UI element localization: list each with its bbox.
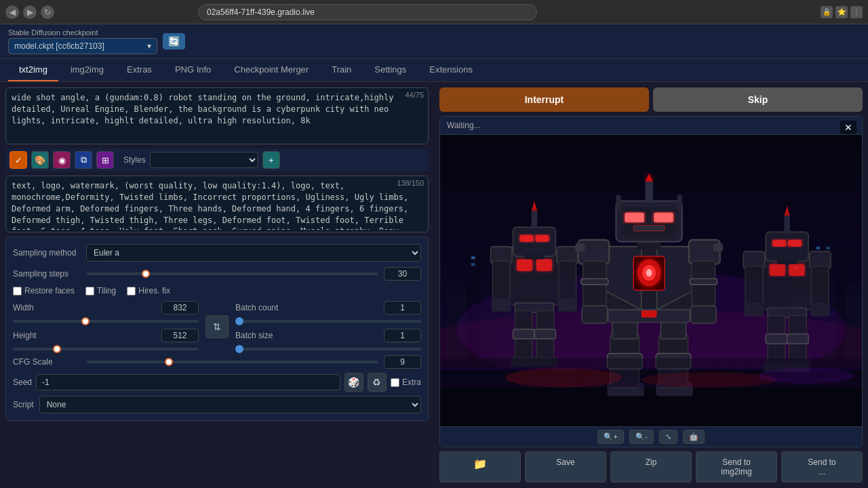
close-image-button[interactable]: ✕ — [840, 121, 856, 134]
url-bar[interactable]: 02a56ff4-71ff-439e.gradio.live — [198, 4, 537, 20]
seed-dice-button[interactable]: 🎲 — [344, 373, 363, 392]
batch-count-label: Batch count — [235, 303, 303, 312]
height-input[interactable] — [161, 329, 199, 342]
zip-label: Zip — [646, 458, 657, 467]
hires-fix-checkbox[interactable]: Hires. fix — [127, 286, 170, 296]
width-slider[interactable] — [13, 320, 199, 323]
batch-count-input[interactable] — [384, 301, 421, 314]
svg-rect-24 — [471, 256, 475, 259]
sampling-method-select[interactable]: Euler a — [86, 244, 421, 262]
svg-rect-116 — [812, 266, 829, 305]
image-tool-btn-robot[interactable]: 🤖 — [683, 430, 705, 444]
seed-extra-checkbox[interactable]: Extra — [391, 378, 421, 387]
model-value: model.ckpt [cc6cb27103] — [14, 41, 104, 51]
seed-recycle-button[interactable]: ♻ — [368, 373, 387, 392]
svg-rect-96 — [654, 213, 673, 222]
app-container: Stable Diffusion checkpoint model.ckpt [… — [0, 24, 868, 488]
width-row: Width — [13, 301, 199, 325]
sampling-steps-slider[interactable] — [86, 272, 378, 275]
swap-dimensions-button[interactable]: ⇅ — [205, 315, 229, 338]
tab-pnginfo[interactable]: PNG Info — [164, 59, 222, 81]
script-select[interactable]: None — [39, 396, 421, 413]
svg-rect-112 — [777, 259, 797, 264]
svg-rect-86 — [581, 279, 608, 285]
hires-fix-input[interactable] — [127, 287, 136, 296]
cfg-input[interactable] — [384, 355, 421, 369]
paste-button[interactable]: ⊞ — [96, 151, 114, 169]
width-input[interactable] — [161, 301, 199, 314]
svg-rect-100 — [616, 195, 620, 211]
cfg-slider[interactable] — [86, 361, 378, 363]
svg-rect-39 — [510, 251, 559, 305]
model-dropdown[interactable]: model.ckpt [cc6cb27103] ▾ — [8, 38, 157, 54]
image-tool-btn-2[interactable]: 🔍- — [629, 430, 654, 444]
positive-prompt-input[interactable] — [6, 88, 428, 142]
negative-prompt-area: 138/150 document.querySelector('[data-na… — [5, 176, 429, 232]
svg-rect-123 — [787, 334, 809, 344]
refresh-model-button[interactable]: 🔄 — [163, 33, 185, 49]
ext-icon-1: 🔒 — [821, 6, 833, 18]
browser-chrome: ◀ ▶ ↻ 02a56ff4-71ff-439e.gradio.live 🔒 ⭐… — [0, 0, 868, 24]
refresh-button[interactable]: ↻ — [41, 5, 54, 19]
tab-extensions[interactable]: Extensions — [418, 59, 484, 81]
save-button[interactable]: Save — [525, 451, 606, 483]
batch-size-input[interactable] — [384, 329, 421, 342]
tab-checkpoint-merger[interactable]: Checkpoint Merger — [223, 59, 319, 81]
svg-rect-105 — [770, 264, 785, 276]
styles-select[interactable] — [150, 152, 258, 168]
apply-styles-button[interactable]: + — [262, 151, 280, 169]
send-to-button[interactable]: Send to... — [781, 451, 863, 483]
robot-scene-svg — [440, 135, 862, 426]
tab-train[interactable]: Train — [321, 59, 362, 81]
image-tool-btn-3[interactable]: ⤡ — [659, 430, 677, 444]
copy-button[interactable]: ⧉ — [75, 151, 92, 169]
tab-settings[interactable]: Settings — [363, 59, 417, 81]
restore-faces-checkbox[interactable]: Restore faces — [13, 286, 75, 296]
forward-button[interactable]: ▶ — [23, 5, 37, 19]
svg-rect-60 — [534, 329, 556, 339]
browser-toolbar: 🔒 ⭐ ⋮ — [821, 6, 863, 18]
seed-row: Seed 🎲 ♻ Extra — [13, 373, 421, 392]
open-folder-button[interactable]: 📁 — [439, 451, 521, 483]
back-button[interactable]: ◀ — [5, 5, 19, 19]
circle-button[interactable]: ◉ — [53, 151, 71, 169]
check-button[interactable]: ✓ — [9, 151, 27, 169]
svg-rect-59 — [513, 329, 534, 339]
palette-button[interactable]: 🎨 — [31, 151, 49, 169]
tab-txt2img[interactable]: txt2img — [8, 59, 58, 81]
svg-rect-89 — [691, 306, 716, 323]
batch-size-slider[interactable] — [235, 348, 421, 350]
checkboxes-row: Restore faces Tiling Hires. fix — [13, 286, 421, 296]
controls-section: Sampling method Euler a Sampling steps 3… — [5, 237, 429, 421]
send-img2img-label: Send toimg2img — [721, 458, 751, 476]
image-tool-btn-1[interactable]: 🔍+ — [597, 430, 623, 444]
image-tools-bar: 🔍+ 🔍- ⤡ 🤖 — [440, 426, 862, 447]
seed-input[interactable] — [36, 374, 340, 390]
tab-img2img[interactable]: img2img — [60, 59, 115, 81]
interrupt-button[interactable]: Interrupt — [439, 87, 649, 112]
cfg-row: CFG Scale — [13, 355, 421, 369]
svg-rect-88 — [582, 306, 607, 323]
send-to-label: Send to... — [808, 458, 835, 476]
tiling-checkbox[interactable]: Tiling — [85, 286, 116, 296]
svg-point-128 — [642, 372, 778, 388]
seed-extra-input[interactable] — [391, 378, 399, 387]
height-slider[interactable] — [13, 348, 199, 350]
image-output-area: Waiting... ✕ — [439, 116, 863, 447]
send-to-img2img-button[interactable]: Send toimg2img — [696, 451, 777, 483]
skip-button[interactable]: Skip — [653, 87, 863, 112]
batch-count-slider[interactable] — [235, 320, 421, 323]
svg-rect-44 — [513, 227, 555, 256]
model-wrapper: Stable Diffusion checkpoint model.ckpt [… — [8, 28, 157, 54]
zip-button[interactable]: Zip — [610, 451, 692, 483]
tab-extras[interactable]: Extras — [116, 59, 163, 81]
tiling-input[interactable] — [85, 287, 94, 296]
svg-rect-82 — [689, 240, 720, 264]
negative-prompt-input[interactable] — [6, 176, 428, 230]
bottom-actions: 📁 Save Zip Send toimg2img Send to... — [439, 451, 863, 483]
svg-rect-53 — [559, 261, 576, 300]
batch-size-label: Batch size — [235, 331, 303, 340]
sampling-steps-input[interactable]: 30 — [384, 267, 421, 281]
restore-faces-input[interactable] — [13, 287, 22, 296]
sampling-steps-label: Sampling steps — [13, 269, 81, 279]
